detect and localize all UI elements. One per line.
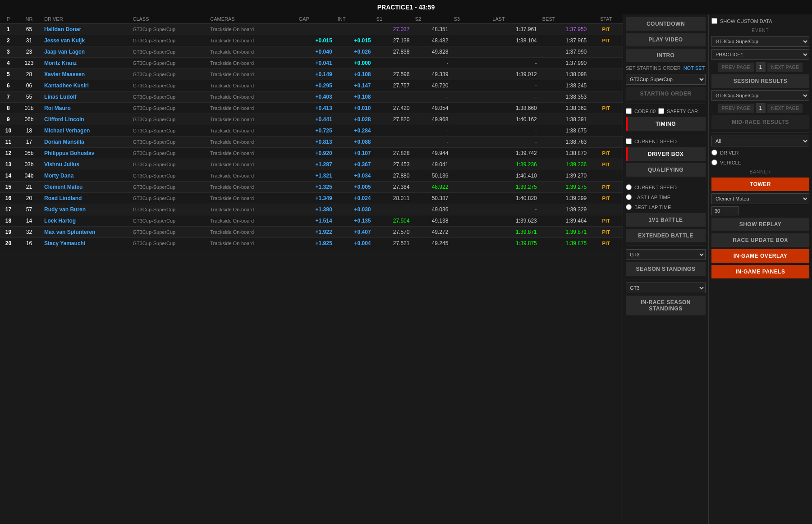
intro-button[interactable]: INTRO (626, 49, 706, 62)
table-row: 165Halfdan DonarGT3Cup-SuperCupTrackside… (0, 24, 623, 35)
timing-table: P NR DRIVER CLASS CAMERAS GAP INT S1 S2 … (0, 14, 623, 249)
tower-num-input[interactable] (711, 206, 739, 215)
col-header-int: INT (335, 14, 374, 24)
col-header-cameras: CAMERAS (207, 14, 296, 24)
play-video-button[interactable]: PLAY VIDEO (626, 33, 706, 46)
code80-row: CODE 80 SAFETY CAR (626, 107, 706, 115)
countdown-button[interactable]: COUNTDOWN (626, 17, 706, 31)
in-game-overlay-button[interactable]: IN-GAME OVERLAY (711, 249, 809, 263)
right-panel: SHOW CUSTOM DATA EVENT GT3Cup-SuperCup G… (708, 14, 812, 524)
tower-best-lap-label: BEST LAP TIME (634, 205, 671, 210)
col-header-p: P (0, 14, 17, 24)
show-replay-button[interactable]: SHOW REPLAY (711, 218, 809, 231)
code80-label: CODE 80 (634, 109, 656, 114)
show-custom-data-row: SHOW CUSTOM DATA (711, 17, 809, 25)
col-header-s2: S2 (412, 14, 451, 24)
set-starting-order-label: SET STARTING ORDER (626, 65, 681, 71)
title-bar: PRACTICE1 - 43:59 (0, 0, 812, 14)
qualifying-button[interactable]: QUALIFYING (626, 163, 706, 177)
center-panel: COUNTDOWN PLAY VIDEO INTRO SET STARTING … (623, 14, 708, 524)
current-speed-radio-row: CURRENT SPEED (626, 183, 706, 191)
table-row: 2016Stacy YamauchiGT3Cup-SuperCupTracksi… (0, 238, 623, 249)
prev-page-button-1[interactable]: PREV PAGE (718, 63, 754, 72)
main-container: PRACTICE1 - 43:59 P NR DRIVER CLASS CAME… (0, 0, 812, 524)
table-row: 1303bVishnu JuliusGT3Cup-SuperCupTracksi… (0, 159, 623, 170)
current-speed-checkbox[interactable] (626, 138, 632, 144)
vehicle-radio-label: VEHICLE (720, 160, 741, 165)
page-title: PRACTICE1 - 43:59 (377, 4, 435, 11)
sr-class-select[interactable]: GT3Cup-SuperCup GT3 GT4 TCR (711, 90, 809, 101)
table-row: 231Jesse van KuijkGT3Cup-SuperCupTracksi… (0, 35, 623, 46)
table-row: 1932Max van SplunterenGT3Cup-SuperCupTra… (0, 227, 623, 238)
class-select[interactable]: GT3Cup-SuperCup GT3 GT4 TCR (711, 36, 809, 47)
starting-order-button[interactable]: STARTING ORDER (626, 87, 706, 100)
season-standings-button[interactable]: SEASON STANDINGS (626, 262, 706, 276)
table-row: 323Jaap van LagenGT3Cup-SuperCupTracksid… (0, 46, 623, 58)
in-game-panels-button[interactable]: IN-GAME PANELS (711, 265, 809, 278)
table-row: 1018Michael VerhagenGT3Cup-SuperCupTrack… (0, 125, 623, 137)
gt3-select2[interactable]: GT3 (626, 283, 706, 293)
timing-button[interactable]: TIMING (626, 117, 706, 131)
col-header-best: BEST (540, 14, 589, 24)
tower-current-speed-radio[interactable] (626, 184, 632, 190)
driver-box-button[interactable]: DRIVER BOX (626, 147, 706, 161)
sr-page-num: 1 (756, 103, 766, 113)
1v1-battle-button[interactable]: 1V1 BATTLE (626, 213, 706, 227)
tower-last-lap-radio[interactable] (626, 194, 632, 200)
table-row: 755Linas LudolfGT3Cup-SuperCupTrackside … (0, 91, 623, 103)
next-page-button-1[interactable]: NEXT PAGE (767, 63, 803, 72)
vehicle-radio[interactable] (711, 159, 717, 165)
table-row: 906bClifford LincolnGT3Cup-SuperCupTrack… (0, 114, 623, 125)
all-select[interactable]: All (711, 136, 809, 146)
page-row-2: PREV PAGE 1 NEXT PAGE (711, 103, 809, 113)
table-row: 1205bPhilippus BohuslavGT3Cup-SuperCupTr… (0, 148, 623, 159)
sr-next-page-button[interactable]: NEXT PAGE (767, 104, 803, 113)
mid-race-results-button[interactable]: MID-RACE RESULTS (711, 115, 809, 129)
starting-order-class-select[interactable]: GT3Cup-SuperCup (626, 74, 706, 85)
table-row: 528Xavier MaassenGT3Cup-SuperCupTracksid… (0, 69, 623, 80)
tower-last-lap-label: LAST LAP TIME (634, 195, 670, 200)
last-lap-radio-row: LAST LAP TIME (626, 193, 706, 201)
show-custom-data-checkbox[interactable] (711, 18, 717, 24)
table-row: 801bRoi MauroGT3Cup-SuperCupTrackside On… (0, 103, 623, 114)
in-race-season-button[interactable]: IN-RACE SEASON STANDINGS (626, 296, 706, 315)
col-header-s1: S1 (374, 14, 413, 24)
content-area: P NR DRIVER CLASS CAMERAS GAP INT S1 S2 … (0, 14, 812, 524)
table-area: P NR DRIVER CLASS CAMERAS GAP INT S1 S2 … (0, 14, 623, 524)
session-select-row: PRACTICE1 PRACTICE2 QUALIFYING RACE (711, 49, 809, 60)
tower-driver-select-row: Clement Mateu (711, 193, 809, 204)
tower-button[interactable]: TOWER (711, 178, 809, 191)
col-header-s3: S3 (451, 14, 490, 24)
session-results-button[interactable]: SESSION RESULTS (711, 74, 809, 88)
table-row: 1117Dorian MansillaGT3Cup-SuperCupTracks… (0, 137, 623, 148)
table-row: 1404bMorty DanaGT3Cup-SuperCupTrackside … (0, 170, 623, 182)
session-select[interactable]: PRACTICE1 PRACTICE2 QUALIFYING RACE (711, 49, 809, 60)
race-update-box-button[interactable]: RACE UPDATE BOX (711, 233, 809, 247)
tower-best-lap-radio[interactable] (626, 204, 632, 210)
class-select-row: GT3Cup-SuperCup GT3 GT4 TCR (711, 36, 809, 47)
safety-car-checkbox[interactable] (658, 108, 664, 114)
extended-battle-button[interactable]: EXTENDED BATTLE (626, 229, 706, 242)
starting-order-row: SET STARTING ORDER NOT SET (626, 64, 706, 72)
table-row: 1620Road LindlandGT3Cup-SuperCupTracksid… (0, 193, 623, 204)
table-row: 1521Clement MateuGT3Cup-SuperCupTracksid… (0, 182, 623, 193)
driver-radio-label: DRIVER (720, 150, 739, 155)
gt3-select2-row: GT3 (626, 283, 706, 293)
code80-checkbox[interactable] (626, 108, 632, 114)
gt3-select1-row: GT3 (626, 249, 706, 260)
best-lap-radio-row: BEST LAP TIME (626, 203, 706, 211)
driver-radio[interactable] (711, 150, 717, 155)
col-header-stat: STAT (589, 14, 623, 24)
col-header-nr: NR (17, 14, 41, 24)
table-row: 606Kantadhee KusiriGT3Cup-SuperCupTracks… (0, 80, 623, 91)
vehicle-radio-row: VEHICLE (711, 159, 809, 166)
col-header-class: CLASS (130, 14, 207, 24)
gt3-select1[interactable]: GT3 (626, 249, 706, 260)
show-custom-data-label: SHOW CUSTOM DATA (720, 18, 772, 24)
col-header-gap: GAP (296, 14, 335, 24)
sr-prev-page-button[interactable]: PREV PAGE (718, 104, 754, 113)
driver-radio-row: DRIVER (711, 149, 809, 156)
not-set-label: NOT SET (684, 65, 705, 71)
col-header-driver: DRIVER (41, 14, 130, 24)
tower-driver-select[interactable]: Clement Mateu (711, 193, 809, 204)
